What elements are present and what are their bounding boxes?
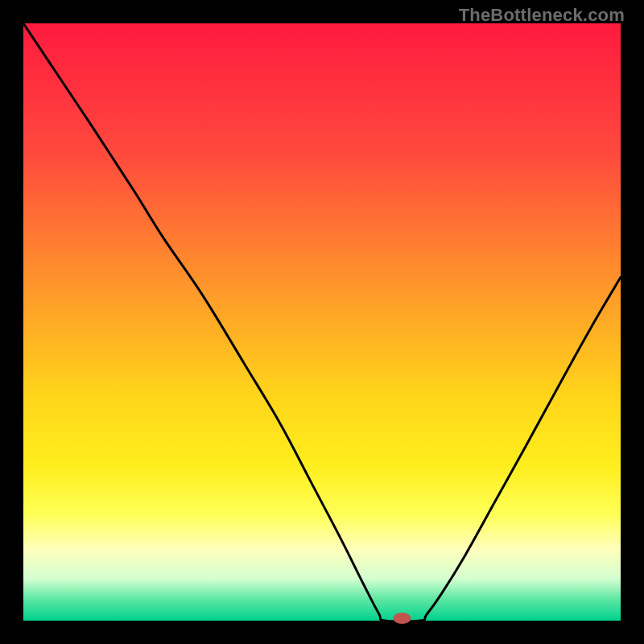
minimum-marker xyxy=(393,613,411,624)
chart-frame: { "watermark": "TheBottleneck.com", "plo… xyxy=(0,0,644,644)
bottleneck-chart xyxy=(0,0,644,644)
plot-background xyxy=(23,23,621,621)
